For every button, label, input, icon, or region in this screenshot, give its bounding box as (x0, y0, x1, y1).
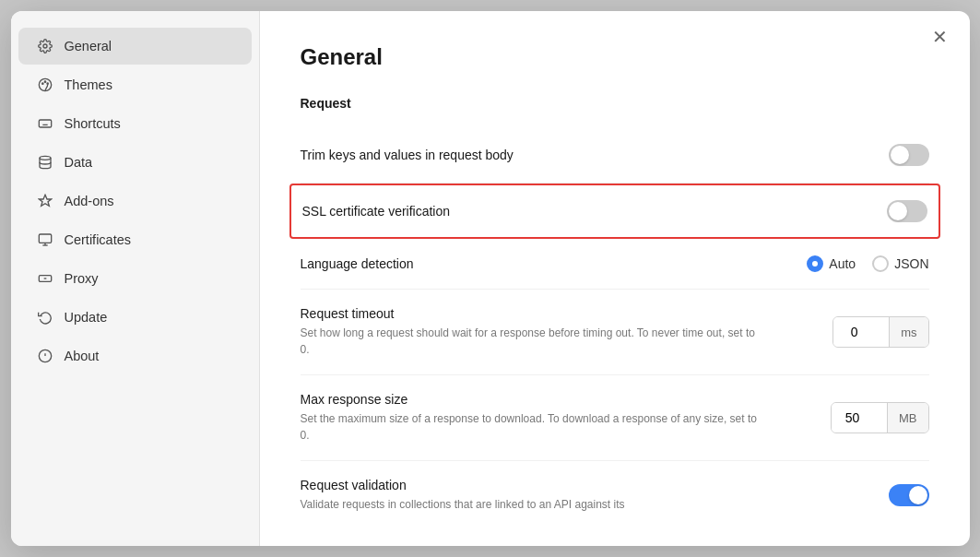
request-validation-thumb (909, 486, 927, 504)
sidebar-item-themes[interactable]: Themes (18, 66, 252, 103)
svg-point-2 (41, 83, 42, 84)
ssl-cert-thumb (889, 202, 907, 220)
gear-icon (37, 38, 53, 54)
sidebar-label-general: General (65, 39, 112, 53)
request-timeout-desc: Set how long a request should wait for a… (301, 325, 762, 358)
request-validation-row: Request validation Validate requests in … (301, 461, 929, 529)
svg-rect-5 (39, 120, 51, 127)
sidebar-label-addons: Add-ons (65, 194, 114, 208)
sidebar-item-general[interactable]: General (18, 28, 252, 65)
sidebar-label-shortcuts: Shortcuts (65, 116, 121, 131)
modal-overlay: ✕ General Themes (0, 0, 980, 557)
sidebar-label-certificates: Certificates (65, 232, 132, 247)
sidebar-label-data: Data (65, 155, 93, 170)
ssl-cert-toggle[interactable] (887, 200, 927, 222)
database-icon (37, 154, 53, 171)
request-validation-label: Request validation (301, 478, 625, 492)
svg-point-3 (44, 81, 45, 82)
request-validation-toggle[interactable] (889, 484, 929, 506)
svg-point-11 (40, 156, 51, 160)
trim-keys-row: Trim keys and values in request body (301, 127, 929, 184)
request-timeout-unit: ms (889, 317, 927, 347)
sidebar-item-shortcuts[interactable]: Shortcuts (18, 105, 252, 142)
proxy-icon (37, 270, 53, 287)
radio-auto-label: Auto (829, 256, 856, 271)
max-response-unit: MB (887, 403, 928, 433)
sidebar: General Themes Shortcuts (11, 11, 260, 546)
sidebar-label-update: Update (65, 310, 108, 325)
ssl-cert-label: SSL certificate verification (302, 204, 451, 219)
svg-point-4 (47, 83, 48, 84)
sidebar-item-addons[interactable]: Add-ons (18, 183, 252, 219)
request-timeout-input[interactable] (833, 317, 889, 347)
sidebar-label-about: About (65, 349, 100, 363)
trim-keys-thumb (891, 146, 909, 164)
ssl-cert-row: SSL certificate verification (289, 184, 940, 239)
max-response-row: Max response size Set the maximum size o… (301, 375, 929, 461)
request-validation-track[interactable] (889, 484, 929, 506)
svg-rect-12 (39, 234, 51, 243)
radio-auto[interactable]: Auto (807, 255, 856, 272)
ssl-cert-track[interactable] (887, 200, 927, 222)
max-response-label: Max response size (301, 392, 762, 407)
sidebar-label-themes: Themes (65, 77, 112, 92)
request-timeout-label: Request timeout (301, 306, 762, 321)
settings-modal: ✕ General Themes (11, 11, 970, 546)
language-detection-radio-group: Auto JSON (807, 255, 928, 272)
sidebar-label-proxy: Proxy (65, 271, 99, 286)
close-button[interactable]: ✕ (927, 24, 953, 50)
palette-icon (37, 77, 53, 93)
trim-keys-label: Trim keys and values in request body (301, 148, 514, 162)
update-icon (37, 309, 53, 326)
keyboard-icon (37, 115, 53, 132)
section-title: Request (301, 96, 929, 111)
radio-auto-circle (807, 255, 823, 272)
language-detection-row: Language detection Auto JSON (301, 239, 929, 290)
max-response-input[interactable] (832, 403, 887, 433)
trim-keys-toggle[interactable] (889, 144, 929, 166)
sidebar-item-proxy[interactable]: Proxy (18, 260, 252, 297)
radio-json-circle (872, 255, 889, 272)
request-timeout-input-group: ms (832, 316, 928, 348)
max-response-input-group: MB (831, 402, 929, 433)
page-title: General (301, 44, 929, 70)
radio-json[interactable]: JSON (872, 255, 928, 272)
sidebar-item-certificates[interactable]: Certificates (18, 221, 252, 258)
trim-keys-track[interactable] (889, 144, 929, 166)
about-icon (37, 348, 53, 364)
max-response-desc: Set the maximum size of a response to do… (301, 410, 762, 444)
addons-icon (37, 193, 53, 209)
certificate-icon (37, 231, 53, 248)
request-validation-desc: Validate requests in collections that ar… (301, 496, 625, 513)
svg-point-0 (43, 44, 47, 48)
sidebar-item-update[interactable]: Update (18, 299, 252, 336)
main-content: General Request Trim keys and values in … (260, 11, 970, 546)
radio-json-label: JSON (894, 256, 928, 271)
sidebar-item-about[interactable]: About (18, 338, 252, 374)
request-timeout-row: Request timeout Set how long a request s… (301, 290, 929, 375)
language-detection-label: Language detection (301, 256, 414, 271)
sidebar-item-data[interactable]: Data (18, 144, 252, 181)
